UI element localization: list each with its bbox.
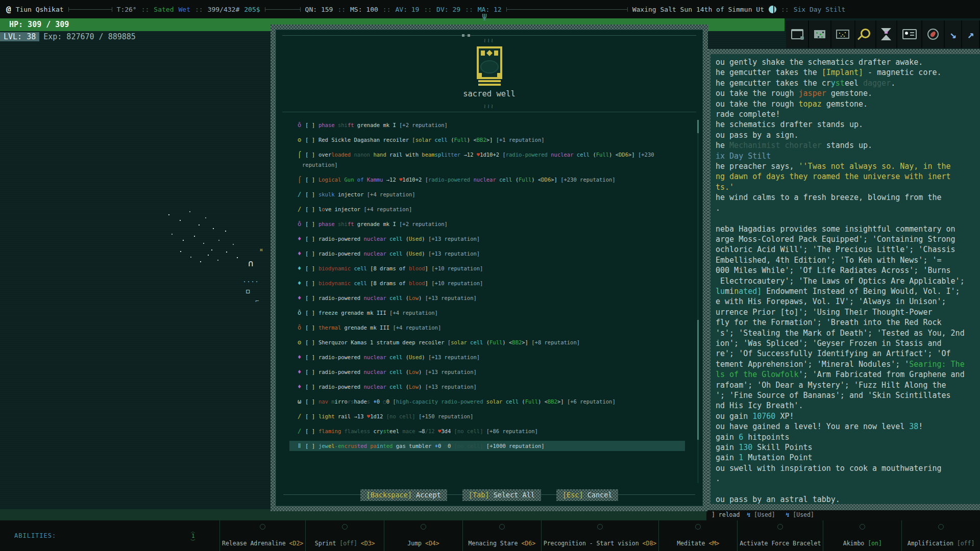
- item-checkbox[interactable]: [ ]: [305, 413, 315, 419]
- ability-key-hint: <D4>: [422, 540, 439, 547]
- donation-item[interactable]: ω[ ]nav mirrorshades ♦0 ○0 [high-capacit…: [289, 396, 685, 407]
- tumbler-icon: ǁ: [296, 441, 303, 451]
- item-checkbox[interactable]: [ ]: [305, 339, 315, 345]
- donation-item[interactable]: ♦[ ]radio-powered nuclear cell (Used) [+…: [289, 248, 685, 259]
- scrollbar[interactable]: [697, 120, 699, 483]
- donation-item[interactable]: >ǁ[ ]jewel-encrusted painted gas tumbler…: [289, 441, 685, 451]
- ability-key-hint: <D8>: [639, 540, 657, 547]
- donation-item[interactable]: ♦[ ]radio-powered nuclear cell (Low) [+1…: [289, 367, 685, 377]
- donation-item[interactable]: ∕[ ]skulk injector [+4 reputation]: [289, 189, 685, 199]
- separator: ::: [141, 6, 150, 13]
- donation-item[interactable]: ∕[ ]light rail →13 ♥1d12 [no cell] [+150…: [289, 411, 685, 421]
- abilities-pager[interactable]: ︿ 1 ﹀: [190, 529, 195, 543]
- donation-item[interactable]: ♦[ ]radio-powered nuclear cell (Used) [+…: [289, 352, 685, 362]
- log-line: he gemcutter takes the crysteel dagger.: [716, 78, 978, 88]
- message-log-panel: ou gently shake the schematics drafter a…: [706, 49, 980, 510]
- pager-down-icon[interactable]: ﹀: [190, 538, 195, 543]
- donation-item[interactable]: ⌠[ ]overloaded nanon hand rail with beam…: [289, 149, 685, 170]
- item-checkbox[interactable]: [ ]: [305, 137, 315, 143]
- item-checkbox[interactable]: [ ]: [305, 221, 315, 227]
- log-line: '; 'Fine Source of Bananas'; and 'Skin S…: [716, 390, 978, 400]
- ability-amplification[interactable]: Amplification [off]: [901, 520, 980, 551]
- starfield-button[interactable]: [831, 20, 855, 48]
- donation-item[interactable]: ♦[ ]biodynamic cell [8 drams of blood] […: [289, 263, 685, 273]
- stairs-down-button[interactable]: [945, 20, 963, 48]
- window-lock-button[interactable]: [786, 20, 809, 48]
- ability-label: Precognition - Start vision <D8>: [544, 540, 657, 547]
- stairs-up-button[interactable]: [962, 20, 980, 48]
- item-checkbox[interactable]: [ ]: [305, 152, 315, 158]
- donation-item[interactable]: ô[ ]freeze grenade mk III [+4 reputation…: [289, 308, 685, 318]
- item-checkbox[interactable]: [ ]: [305, 354, 315, 360]
- item-checkbox[interactable]: [ ]: [305, 265, 315, 271]
- modal-button-select-all[interactable]: [Tab] Select All: [462, 489, 541, 501]
- ability-sprint[interactable]: Sprint [off] <D3>: [305, 520, 384, 551]
- donation-item[interactable]: ∕[ ]love injector [+4 reputation]: [289, 204, 685, 214]
- compass-button[interactable]: [922, 20, 944, 48]
- item-checkbox[interactable]: [ ]: [305, 384, 315, 390]
- donation-item[interactable]: ʘ[ ]Red Sickle Dagashan recoiler [solar …: [289, 135, 685, 145]
- donation-item[interactable]: ô[ ]thermal grenade mk III [+4 reputatio…: [289, 322, 685, 333]
- log-line: ou gain 10760 XP!: [716, 411, 978, 421]
- cell-icon: ♦: [296, 352, 303, 362]
- level-badge: LVL: 38: [0, 32, 39, 41]
- donation-item[interactable]: ô[ ]phase shift grenade mk I [+2 reputat…: [289, 219, 685, 229]
- item-checkbox[interactable]: [ ]: [305, 369, 315, 375]
- minimap-button[interactable]: [809, 20, 831, 48]
- donation-item[interactable]: ʘ[ ]Sherquzor Kamas 1 stratum deep recoi…: [289, 337, 685, 347]
- ability-menacing-stare[interactable]: Menacing Stare <D6>: [462, 520, 541, 551]
- cell-icon: ♦: [296, 248, 303, 259]
- ability-akimbo[interactable]: Akimbo [on]: [823, 520, 901, 551]
- log-line: ou take the rough jasper gemstone.: [716, 88, 978, 98]
- key-hint: [Tab]: [469, 491, 489, 499]
- ability-activate-force-bracelet[interactable]: Activate Force Bracelet: [737, 520, 823, 551]
- item-checkbox[interactable]: [ ]: [305, 206, 315, 212]
- donation-item[interactable]: ∕[ ]flaming flawless crysteel mace →8/12…: [289, 426, 685, 436]
- ability-release-adrenaline[interactable]: Release Adrenaline <D2>: [219, 520, 305, 551]
- hourglass-button[interactable]: [876, 20, 897, 48]
- starfield-icon: [836, 30, 849, 39]
- ability-meditate[interactable]: Meditate <M>: [658, 520, 737, 551]
- item-checkbox[interactable]: [ ]: [305, 310, 315, 316]
- item-checkbox[interactable]: [ ]: [305, 324, 315, 331]
- modal-top-line: [282, 35, 696, 36]
- separator: ::: [424, 6, 432, 13]
- item-checkbox[interactable]: [ ]: [305, 443, 315, 449]
- item-checkbox[interactable]: [ ]: [305, 236, 315, 242]
- message-log[interactable]: ou gently shake the schematics drafter a…: [710, 54, 980, 504]
- log-line: gain 130 Skill Points: [716, 442, 978, 453]
- log-line: ou take the rough topaz gemstone.: [716, 99, 978, 109]
- modal-button-accept[interactable]: [Backspace] Accept: [360, 489, 447, 501]
- log-line: ts.': [716, 182, 978, 192]
- donation-item[interactable]: ♦[ ]radio-powered nuclear cell (Low) [+1…: [289, 382, 685, 392]
- donation-item[interactable]: ♦[ ]radio-powered nuclear cell (Low) [+1…: [289, 293, 685, 303]
- donation-item-list[interactable]: ô[ ]phase shift grenade mk I [+2 reputat…: [289, 120, 685, 485]
- item-checkbox[interactable]: [ ]: [305, 398, 315, 405]
- item-checkbox[interactable]: [ ]: [305, 428, 315, 434]
- ability-jump[interactable]: Jump <D4>: [384, 520, 462, 551]
- item-checkbox[interactable]: [ ]: [305, 191, 315, 197]
- item-checkbox[interactable]: [ ]: [305, 122, 315, 128]
- log-line: ou have gained a level! You are now leve…: [716, 421, 978, 432]
- equipped-weapons-row: ] reload ↯ [Used] ↯ [Used]: [706, 509, 980, 520]
- item-checkbox[interactable]: [ ]: [305, 295, 315, 301]
- cooldown-indicator: [695, 524, 701, 530]
- separator: ::: [337, 6, 346, 13]
- ability-label: Activate Force Bracelet: [740, 540, 821, 547]
- id-card-button[interactable]: [897, 20, 922, 48]
- donation-item[interactable]: ô[ ]phase shift grenade mk I [+2 reputat…: [289, 120, 685, 130]
- scrollbar-thumb[interactable]: [697, 120, 699, 133]
- donation-item[interactable]: ⌠[ ]Logical Gun of Kammu →12 ♥1d10+2 [ra…: [289, 174, 685, 185]
- log-line: e with His Forepaws, Vol. IV'; 'Always i…: [716, 296, 978, 307]
- donation-item[interactable]: ♦[ ]radio-powered nuclear cell (Used) [+…: [289, 234, 685, 244]
- injector-icon: ∕: [296, 204, 303, 214]
- item-checkbox[interactable]: [ ]: [305, 280, 315, 286]
- magnifier-button[interactable]: [855, 20, 876, 48]
- ability-precognition-start-vision[interactable]: Precognition - Start vision <D8>: [541, 520, 659, 551]
- donation-item[interactable]: ♦[ ]biodynamic cell [8 drams of blood] […: [289, 278, 685, 288]
- scrollbar-thumb[interactable]: [697, 320, 699, 440]
- modal-button-cancel[interactable]: [Esc] Cancel: [556, 489, 619, 501]
- item-checkbox[interactable]: [ ]: [305, 251, 315, 257]
- ability-label: Menacing Stare <D6>: [469, 540, 536, 547]
- item-checkbox[interactable]: [ ]: [305, 177, 315, 183]
